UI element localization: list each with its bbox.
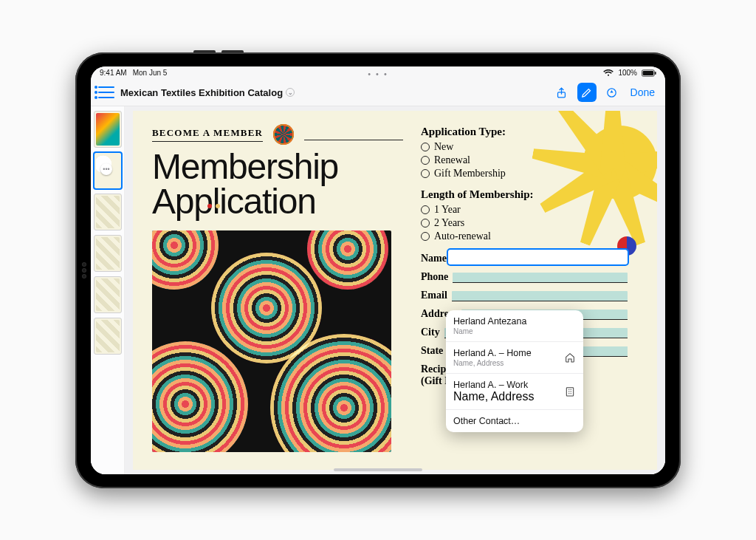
radio-icon	[421, 205, 430, 214]
radio-icon	[421, 169, 430, 178]
radio-icon	[421, 143, 430, 151]
radio-gift[interactable]: Gift Membership	[421, 168, 628, 180]
divider	[304, 140, 403, 140]
home-indicator[interactable]	[334, 468, 422, 471]
page-thumbnail[interactable]	[94, 318, 122, 355]
svg-rect-5	[566, 387, 573, 395]
markup-icon[interactable]	[577, 83, 597, 102]
content-area: •••	[91, 106, 665, 474]
radio-renewal[interactable]: Renewal	[421, 154, 628, 166]
multitask-indicator-icon[interactable]: • • •	[368, 69, 388, 78]
thumbnail-sidebar[interactable]: •••	[91, 106, 125, 474]
radio-icon	[421, 219, 430, 228]
radio-2years[interactable]: 2 Years	[421, 217, 628, 229]
field-label-state: State	[421, 345, 443, 357]
field-label-city: City	[421, 327, 440, 338]
email-input[interactable]	[452, 291, 628, 301]
ipad-frame: • • • 9:41 AM Mon Jun 5 100%	[75, 52, 681, 488]
autofill-sub: Name	[453, 327, 526, 335]
document-title[interactable]: Mexican Textiles Exhibition Catalog ⌄	[120, 87, 295, 98]
radio-icon	[421, 156, 430, 165]
share-icon[interactable]	[552, 83, 571, 102]
field-label-email: Email	[421, 290, 447, 301]
ornament-dot-icon	[273, 124, 294, 145]
page-viewport[interactable]: BECOME A MEMBER Membership Application	[125, 106, 665, 474]
autofill-sub: Name, Address	[453, 390, 534, 403]
wifi-icon	[603, 69, 614, 77]
radio-icon	[421, 232, 430, 241]
volume-button-2	[221, 50, 244, 52]
autofill-title: Herland Antezana	[453, 316, 526, 327]
document-page: BECOME A MEMBER Membership Application	[133, 111, 657, 470]
field-label-name: Name	[421, 253, 447, 264]
autofill-popover: Herland AntezanaName Herland A. – HomeNa…	[446, 310, 583, 432]
autofill-other-label: Other Contact…	[453, 416, 520, 426]
radio-label: Auto-renewal	[434, 230, 491, 242]
radio-label: 2 Years	[434, 217, 464, 229]
autofill-suggestion[interactable]: Herland AntezanaName	[446, 310, 583, 342]
toolbar: Mexican Textiles Exhibition Catalog ⌄ Do…	[91, 80, 665, 106]
stage: • • • 9:41 AM Mon Jun 5 100%	[0, 0, 756, 540]
page-thumbnail[interactable]	[94, 194, 122, 230]
radio-label: Gift Membership	[434, 168, 506, 180]
radio-label: 1 Year	[434, 204, 461, 216]
autofill-suggestion[interactable]: Herland A. – HomeName, Address	[446, 342, 583, 374]
name-input[interactable]	[448, 250, 628, 264]
autofill-other-contact[interactable]: Other Contact…	[446, 410, 583, 432]
radio-1year[interactable]: 1 Year	[421, 204, 628, 216]
svg-rect-1	[643, 70, 654, 75]
artwork-image	[152, 230, 391, 452]
field-label-phone: Phone	[421, 271, 448, 283]
home-icon	[564, 352, 576, 363]
heading-line1: Membership	[152, 147, 338, 186]
battery-percent: 100%	[618, 69, 637, 77]
radio-label: Renewal	[434, 154, 470, 166]
page-title: Membership Application	[152, 149, 403, 219]
radio-label: New	[434, 141, 453, 153]
kicker-text: BECOME A MEMBER	[152, 127, 263, 142]
screen: • • • 9:41 AM Mon Jun 5 100%	[91, 66, 665, 474]
heading-line2: Application	[152, 182, 316, 221]
radio-auto[interactable]: Auto-renewal	[421, 230, 628, 242]
zip-input[interactable]	[583, 346, 628, 357]
done-button[interactable]: Done	[628, 86, 658, 98]
status-time: 9:41 AM	[100, 69, 127, 77]
autofill-suggestion[interactable]: Herland A. – WorkName, Address	[446, 374, 583, 410]
chevron-down-icon: ⌄	[286, 88, 295, 97]
status-date: Mon Jun 5	[133, 69, 168, 77]
application-type-label: Application Type:	[421, 126, 628, 138]
svg-rect-2	[655, 72, 656, 75]
page-thumbnail[interactable]: •••	[94, 152, 122, 189]
search-in-doc-icon[interactable]	[602, 83, 622, 102]
autofill-title: Herland A. – Home	[453, 348, 532, 358]
sidebar-toggle-icon[interactable]	[98, 86, 114, 98]
building-icon	[564, 386, 576, 397]
volume-button-1	[193, 50, 216, 52]
phone-input[interactable]	[453, 273, 628, 283]
autofill-title: Herland A. – Work	[453, 380, 534, 390]
length-label: Length of Membership:	[421, 188, 628, 201]
page-thumbnail[interactable]	[94, 276, 122, 313]
comment-badge-icon: •••	[100, 163, 112, 175]
page-thumbnail[interactable]	[94, 111, 122, 148]
autofill-sub: Name, Address	[453, 359, 532, 367]
battery-icon	[642, 69, 656, 77]
document-title-text: Mexican Textiles Exhibition Catalog	[120, 87, 283, 98]
front-camera	[82, 257, 86, 284]
page-thumbnail[interactable]	[94, 235, 122, 272]
radio-new[interactable]: New	[421, 141, 628, 153]
